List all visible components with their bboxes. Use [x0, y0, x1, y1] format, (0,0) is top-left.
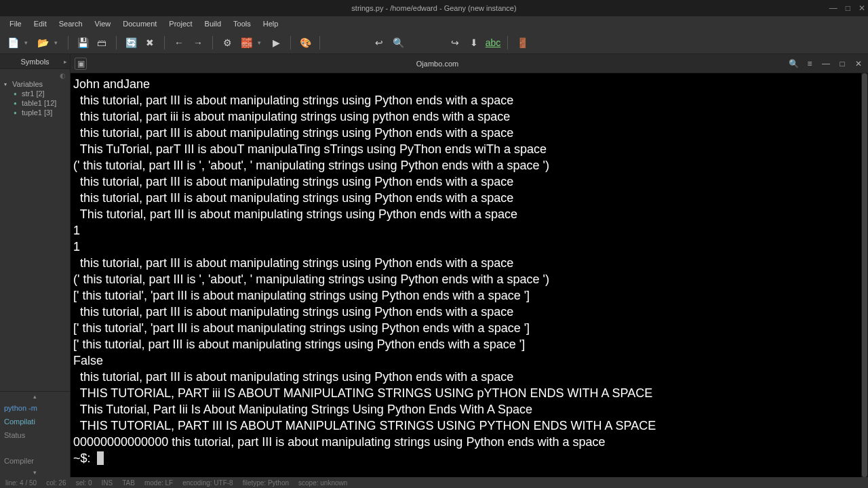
sidebar: Symbols ▸ ◐ ▾Variables ●str1 [2] ●table1… [0, 54, 71, 477]
sidebar-msg-compile[interactable]: Compilati [0, 415, 70, 428]
status-encoding: encoding: UTF-8 [182, 479, 233, 487]
toolbar: 📄 ▾ 📂 ▾ 💾 🗃 🔄 ✖ ← → ⚙ 🧱 ▾ ▶ 🎨 ↩ 🔍 ↪ ⬇ ab… [0, 31, 868, 54]
color-chooser-button[interactable]: 🎨 [298, 35, 313, 50]
status-sel: sel: 0 [76, 479, 92, 487]
terminal-tab-title[interactable]: Ojambo.com [87, 60, 788, 68]
status-filetype: filetype: Python [243, 479, 289, 487]
menu-edit[interactable]: Edit [28, 18, 52, 29]
preferences-button[interactable]: ⬇ [467, 35, 481, 50]
status-ins: INS [102, 479, 113, 487]
find-button[interactable]: 🔍 [391, 35, 406, 50]
tab-close-button[interactable]: ✕ [853, 59, 864, 68]
symbols-tree: ◐ ▾Variables ●str1 [2] ●table1 [12] ●tup… [0, 69, 70, 391]
sidebar-tab-symbols[interactable]: Symbols [15, 56, 54, 67]
menu-help[interactable]: Help [258, 18, 284, 29]
open-file-button[interactable]: 📂 [35, 35, 50, 50]
window-minimize-button[interactable]: — [829, 3, 837, 13]
sidebar-scroll-down[interactable]: ▾ [0, 468, 70, 477]
editor-tab-bar: ▣ Ojambo.com 🔍 ≡ — □ ✕ [71, 54, 868, 73]
save-all-button[interactable]: 🗃 [94, 35, 109, 50]
menu-project[interactable]: Project [163, 18, 197, 29]
menu-view[interactable]: View [90, 18, 117, 29]
reload-button[interactable]: 🔄 [123, 35, 138, 50]
window-title: strings.py - /home/edward - Geany (new i… [351, 4, 516, 12]
status-mode: mode: LF [144, 479, 173, 487]
sidebar-tab-status[interactable]: Status [0, 428, 70, 442]
tab-minimize-button[interactable]: — [821, 59, 831, 68]
new-file-button[interactable]: 📄 [5, 35, 20, 50]
tree-root-variables[interactable]: ▾Variables [1, 79, 68, 89]
status-line: line: 4 / 50 [5, 479, 37, 487]
menu-tools[interactable]: Tools [228, 18, 256, 29]
status-tab: TAB [122, 479, 135, 487]
sidebar-tab-arrow-icon[interactable]: ▸ [64, 58, 67, 65]
tree-item-str1[interactable]: ●str1 [2] [1, 89, 68, 98]
jump-button[interactable]: ↩ [372, 35, 387, 50]
menu-document[interactable]: Document [117, 18, 162, 29]
status-scope: scope: unknown [298, 479, 347, 487]
menu-file[interactable]: File [4, 18, 27, 29]
status-col: col: 26 [46, 479, 66, 487]
tab-menu-icon[interactable]: ≡ [804, 59, 815, 68]
tab-maximize-button[interactable]: □ [837, 59, 848, 68]
spellcheck-button[interactable]: abc [486, 35, 500, 50]
tree-toggle-icon[interactable]: ◐ [1, 72, 68, 79]
build-button[interactable]: 🧱 [239, 35, 254, 50]
new-tab-button[interactable]: ▣ [75, 58, 87, 70]
tab-search-icon[interactable]: 🔍 [788, 59, 799, 68]
window-maximize-button[interactable]: □ [846, 3, 850, 13]
compile-button[interactable]: ⚙ [220, 35, 235, 50]
window-titlebar: strings.py - /home/edward - Geany (new i… [0, 0, 868, 16]
terminal-cursor [97, 451, 104, 465]
save-button[interactable]: 💾 [75, 35, 90, 50]
build-dropdown[interactable]: ▾ [258, 39, 264, 46]
menu-bar: File Edit Search View Document Project B… [0, 16, 868, 31]
tree-item-table1[interactable]: ●table1 [12] [1, 98, 68, 108]
terminal-scrollbar[interactable] [861, 73, 868, 477]
goto-button[interactable]: ↪ [448, 35, 462, 50]
close-file-button[interactable]: ✖ [142, 35, 157, 50]
sidebar-msg-python[interactable]: python -m [0, 401, 70, 415]
status-bar: line: 4 / 50 col: 26 sel: 0 INS TAB mode… [0, 477, 868, 488]
sidebar-scroll-up[interactable]: ▴ [0, 392, 70, 401]
tree-item-tuple1[interactable]: ●tuple1 [3] [1, 108, 68, 117]
new-file-dropdown[interactable]: ▾ [24, 39, 31, 46]
sidebar-tab-compiler[interactable]: Compiler [0, 454, 70, 468]
quit-button[interactable]: 🚪 [515, 35, 530, 50]
menu-build[interactable]: Build [199, 18, 226, 29]
open-file-dropdown[interactable]: ▾ [54, 39, 61, 46]
nav-back-button[interactable]: ← [172, 35, 186, 50]
run-button[interactable]: ▶ [269, 35, 283, 50]
menu-search[interactable]: Search [54, 18, 88, 29]
nav-forward-button[interactable]: → [191, 35, 205, 50]
window-close-button[interactable]: ✕ [859, 3, 865, 13]
terminal-output[interactable]: John andJane this tutorial, part III is … [71, 73, 868, 477]
